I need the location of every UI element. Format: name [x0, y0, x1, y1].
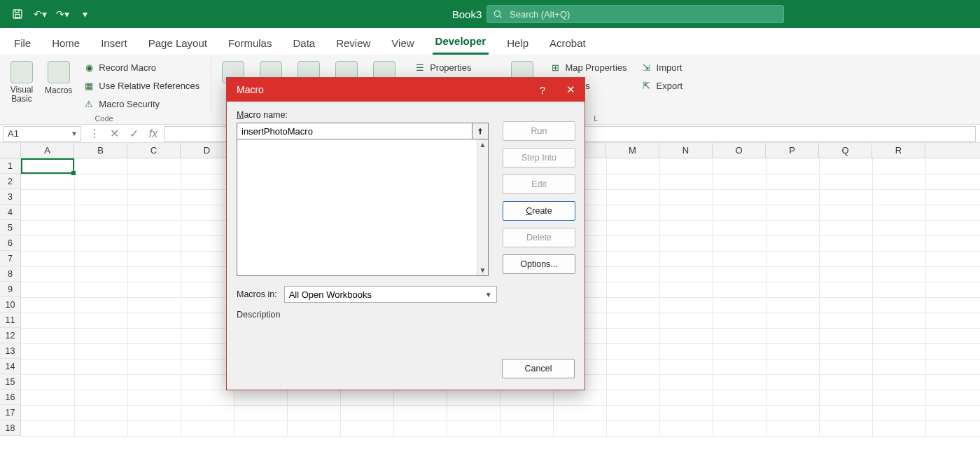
row-header[interactable]: 18: [0, 420, 21, 436]
import-button[interactable]: ⇲Import: [638, 59, 686, 76]
macros-button[interactable]: Macros: [41, 59, 76, 112]
delete-button[interactable]: Delete: [503, 228, 575, 247]
row-header[interactable]: 3: [0, 189, 21, 205]
row-header[interactable]: 14: [0, 359, 21, 374]
col-header[interactable]: C: [127, 143, 181, 158]
fill-handle[interactable]: [71, 171, 76, 175]
tab-review[interactable]: Review: [333, 33, 373, 55]
export-icon: ⇱: [641, 80, 652, 91]
macros-in-select[interactable]: All Open Workbooks ▼: [284, 286, 497, 303]
row-header[interactable]: 10: [0, 297, 21, 313]
col-header[interactable]: P: [766, 143, 819, 158]
options-button[interactable]: Options...: [503, 254, 575, 274]
properties-icon: ☰: [414, 62, 426, 73]
chevron-down-icon: ▼: [485, 291, 492, 299]
step-into-button[interactable]: Step Into: [503, 148, 575, 167]
row-header[interactable]: 4: [0, 205, 21, 220]
col-header[interactable]: B: [74, 143, 127, 158]
col-header[interactable]: N: [659, 143, 713, 158]
row-header[interactable]: 11: [0, 313, 21, 328]
col-header[interactable]: O: [713, 143, 766, 158]
row-header[interactable]: 15: [0, 374, 21, 390]
tab-developer[interactable]: Developer: [433, 31, 489, 55]
tab-view[interactable]: View: [388, 33, 416, 55]
row-header[interactable]: 8: [0, 266, 21, 282]
name-box[interactable]: A1▼: [3, 126, 81, 142]
export-button[interactable]: ⇱Export: [638, 77, 686, 94]
macro-collapse-icon[interactable]: [472, 123, 489, 139]
security-icon: ⚠: [83, 98, 94, 109]
svg-rect-1: [15, 15, 20, 18]
row-header[interactable]: 9: [0, 282, 21, 297]
dots-icon: ⋮: [88, 127, 101, 140]
search-input[interactable]: [510, 9, 778, 20]
row-header[interactable]: 2: [0, 174, 21, 189]
macro-dialog: Macro ? ✕ Macro name: ▲▼ Run Step Into E…: [226, 77, 585, 390]
use-relative-button[interactable]: ▦Use Relative References: [80, 77, 202, 94]
row-header[interactable]: 17: [0, 405, 21, 420]
edit-button[interactable]: Edit: [503, 174, 575, 194]
create-button[interactable]: Create: [503, 201, 575, 221]
import-icon: ⇲: [641, 62, 652, 73]
svg-point-2: [494, 11, 500, 16]
col-header[interactable]: M: [606, 143, 659, 158]
cancel-formula-icon[interactable]: ✕: [108, 127, 120, 140]
relative-refs-icon: ▦: [83, 80, 94, 91]
tab-acrobat[interactable]: Acrobat: [547, 33, 589, 55]
redo-icon[interactable]: ↷▾: [55, 6, 70, 22]
chevron-down-icon[interactable]: ▼: [71, 130, 78, 137]
col-header[interactable]: A: [21, 143, 74, 158]
macro-security-button[interactable]: ⚠Macro Security: [80, 95, 202, 112]
row-header[interactable]: 6: [0, 235, 21, 251]
tab-page-layout[interactable]: Page Layout: [146, 33, 210, 55]
col-header[interactable]: R: [872, 143, 925, 158]
description-label: Description: [237, 310, 575, 320]
scrollbar[interactable]: ▲▼: [477, 139, 488, 275]
enter-formula-icon[interactable]: ✓: [127, 127, 140, 140]
select-all-corner[interactable]: [0, 143, 21, 158]
dialog-help-button[interactable]: ?: [528, 78, 556, 102]
scroll-up-icon[interactable]: ▲: [479, 139, 486, 150]
cancel-button[interactable]: Cancel: [502, 359, 575, 378]
tab-data[interactable]: Data: [290, 33, 318, 55]
macros-icon: [48, 61, 70, 83]
macro-list[interactable]: ▲▼: [237, 139, 489, 276]
row-header[interactable]: 12: [0, 328, 21, 343]
row-header[interactable]: 5: [0, 220, 21, 235]
undo-icon[interactable]: ↶▾: [32, 6, 48, 22]
macros-in-label: Macros in:: [237, 289, 277, 299]
xml-group-label: L: [594, 113, 598, 123]
visual-basic-icon: [10, 61, 33, 83]
row-header[interactable]: 7: [0, 251, 21, 266]
save-icon[interactable]: [10, 6, 25, 22]
visual-basic-button[interactable]: VisualBasic: [6, 59, 38, 112]
search-box[interactable]: [486, 5, 784, 23]
macro-name-label: Macro name:: [237, 110, 575, 120]
record-macro-button[interactable]: ◉Record Macro: [80, 59, 202, 76]
row-header[interactable]: 16: [0, 390, 21, 405]
map-properties-button[interactable]: ⊞Map Properties: [547, 59, 629, 76]
row-header[interactable]: 13: [0, 343, 21, 359]
active-cell-a1[interactable]: [21, 158, 74, 174]
tab-help[interactable]: Help: [504, 33, 531, 55]
customize-qat-icon[interactable]: ▾: [77, 6, 92, 22]
scroll-down-icon[interactable]: ▼: [479, 265, 486, 275]
map-properties-icon: ⊞: [550, 62, 561, 73]
macro-name-input[interactable]: [237, 123, 489, 139]
run-button[interactable]: Run: [503, 121, 575, 141]
tab-home[interactable]: Home: [49, 33, 83, 55]
search-icon: [493, 9, 503, 19]
fx-icon[interactable]: fx: [147, 128, 160, 140]
dialog-title: Macro: [237, 84, 264, 95]
code-group-label: Code: [94, 113, 113, 123]
tab-formulas[interactable]: Formulas: [225, 33, 275, 55]
tab-file[interactable]: File: [11, 33, 34, 55]
tab-insert[interactable]: Insert: [98, 33, 130, 55]
properties-button[interactable]: ☰Properties: [412, 59, 474, 76]
dialog-close-button[interactable]: ✕: [556, 78, 584, 102]
row-header[interactable]: 1: [0, 158, 21, 174]
record-macro-icon: ◉: [83, 62, 94, 73]
col-header[interactable]: Q: [819, 143, 872, 158]
